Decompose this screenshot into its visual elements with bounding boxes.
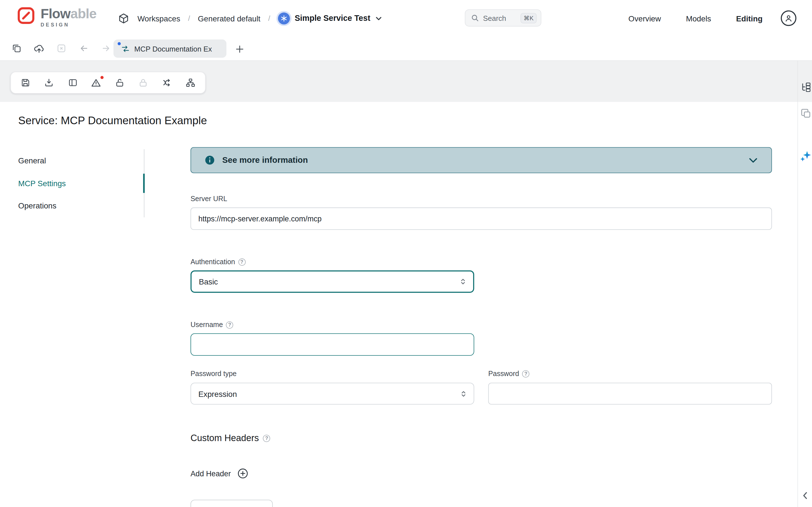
- user-avatar[interactable]: [781, 10, 796, 26]
- tab-label: MCP Documentation Ex: [134, 45, 212, 53]
- password-type-label: Password type: [191, 370, 237, 378]
- export-download-icon[interactable]: [43, 76, 55, 89]
- active-section-indicator: [143, 173, 145, 193]
- breadcrumb-separator: /: [268, 14, 270, 22]
- validation-warning-icon[interactable]: [90, 76, 102, 89]
- password-type-select[interactable]: Expression: [191, 383, 474, 405]
- breadcrumb-separator: /: [188, 14, 190, 22]
- service-editor-panel: Service: MCP Documentation Example Gener…: [0, 102, 797, 507]
- breadcrumb: Workspaces / Generated default / Simple …: [117, 0, 383, 36]
- add-header-label: Add Header: [191, 469, 231, 478]
- help-icon[interactable]: ?: [226, 321, 234, 328]
- info-banner-text: See more information: [222, 156, 748, 165]
- workspace-cube-icon[interactable]: [117, 12, 130, 24]
- info-icon: [205, 155, 215, 165]
- sitemap-hierarchy-icon[interactable]: [184, 76, 197, 89]
- search-input[interactable]: Search ⌘K: [465, 9, 541, 26]
- model-outline-tree-icon[interactable]: [800, 82, 812, 93]
- top-navbar: Flowable DESIGN Workspaces / Generated d…: [0, 0, 812, 36]
- sidenav-label-operations: Operations: [18, 202, 56, 210]
- collapse-panel-chevron-left-icon[interactable]: [801, 491, 810, 500]
- unlock-icon[interactable]: [114, 76, 126, 89]
- main-nav: Overview Models Editing: [628, 0, 763, 36]
- username-label: Username ?: [191, 321, 234, 329]
- server-url-input[interactable]: [191, 208, 772, 230]
- nav-overview[interactable]: Overview: [628, 14, 661, 22]
- ai-sparkle-icon[interactable]: [800, 150, 812, 162]
- sidenav-item-general[interactable]: General: [18, 149, 145, 172]
- flowable-logo-text: Flowable DESIGN: [41, 7, 96, 27]
- unsaved-changes-dot: [117, 42, 121, 45]
- sidenav-item-operations[interactable]: Operations: [18, 194, 145, 217]
- nav-editing[interactable]: Editing: [736, 14, 763, 22]
- brand-flow: Flow: [41, 6, 70, 21]
- help-icon[interactable]: ?: [238, 258, 246, 266]
- sidenav-label-mcp-settings: MCP Settings: [18, 179, 66, 187]
- editor-tab-bar: MCP Documentation Ex: [0, 36, 812, 61]
- authentication-select[interactable]: Basic: [191, 270, 474, 293]
- help-icon[interactable]: ?: [263, 434, 270, 442]
- publish-cloud-upload-icon[interactable]: [33, 42, 45, 55]
- tab-label-fade: [211, 40, 226, 58]
- model-toolbar: [10, 72, 206, 94]
- breadcrumb-workspaces[interactable]: Workspaces: [137, 14, 180, 22]
- close-tab-icon[interactable]: [55, 42, 68, 55]
- server-url-label: Server URL: [191, 195, 227, 203]
- layout-panels-icon[interactable]: [800, 108, 812, 119]
- copy-models-icon[interactable]: [10, 42, 23, 55]
- search-shortcut-badge: ⌘K: [520, 13, 537, 23]
- service-model-tab-icon: [121, 44, 130, 53]
- panels-columns-icon[interactable]: [66, 76, 79, 89]
- select-chevrons-icon: [459, 278, 467, 286]
- banner-expand-chevron-icon[interactable]: [748, 154, 759, 166]
- plus-circle-icon: [237, 467, 249, 480]
- current-model-selector[interactable]: Simple Service Test: [278, 12, 383, 24]
- info-banner[interactable]: See more information: [191, 147, 772, 173]
- search-icon: [471, 14, 479, 22]
- settings-section-nav: General MCP Settings Operations: [18, 149, 145, 217]
- select-chevrons-icon: [460, 390, 467, 398]
- new-tab-plus-icon[interactable]: [233, 43, 246, 55]
- search-placeholder: Search: [483, 14, 516, 22]
- authentication-label: Authentication ?: [191, 258, 246, 266]
- save-icon[interactable]: [19, 76, 32, 89]
- add-header-button[interactable]: Add Header: [191, 467, 249, 480]
- detect-operations-button[interactable]: Detect Operations: [191, 500, 273, 507]
- lock-icon: [137, 76, 149, 89]
- custom-headers-title: Custom Headers ?: [191, 433, 270, 444]
- password-input[interactable]: [488, 383, 772, 405]
- chevron-down-icon: [375, 14, 383, 22]
- help-icon[interactable]: ?: [522, 370, 529, 378]
- password-type-value: Expression: [198, 389, 460, 398]
- password-label: Password ?: [488, 370, 529, 378]
- undo-back-arrow-icon[interactable]: [78, 42, 90, 55]
- service-model-icon: [278, 12, 290, 24]
- current-model-name: Simple Service Test: [295, 13, 370, 23]
- redo-forward-arrow-icon[interactable]: [100, 42, 112, 55]
- authentication-value: Basic: [199, 277, 459, 286]
- username-input[interactable]: [191, 333, 474, 355]
- brand-sub: DESIGN: [41, 22, 96, 27]
- flowable-design-app: Flowable DESIGN Workspaces / Generated d…: [0, 0, 812, 507]
- brand-able: able: [70, 6, 96, 21]
- validation-error-dot: [100, 75, 104, 80]
- nav-models[interactable]: Models: [686, 14, 711, 22]
- sidenav-item-mcp-settings[interactable]: MCP Settings: [18, 172, 145, 194]
- page-title: Service: MCP Documentation Example: [18, 114, 207, 127]
- breadcrumb-project[interactable]: Generated default: [198, 14, 260, 22]
- flowable-logo-icon: [17, 7, 35, 26]
- tab-mcp-documentation-example[interactable]: MCP Documentation Ex: [113, 40, 226, 58]
- sidenav-label-general: General: [18, 156, 46, 165]
- mcp-settings-form: See more information Server URL Authenti…: [191, 102, 772, 507]
- flowable-logo[interactable]: Flowable DESIGN: [17, 7, 96, 27]
- shuffle-relations-icon[interactable]: [161, 76, 173, 89]
- right-rail-divider: [797, 61, 798, 507]
